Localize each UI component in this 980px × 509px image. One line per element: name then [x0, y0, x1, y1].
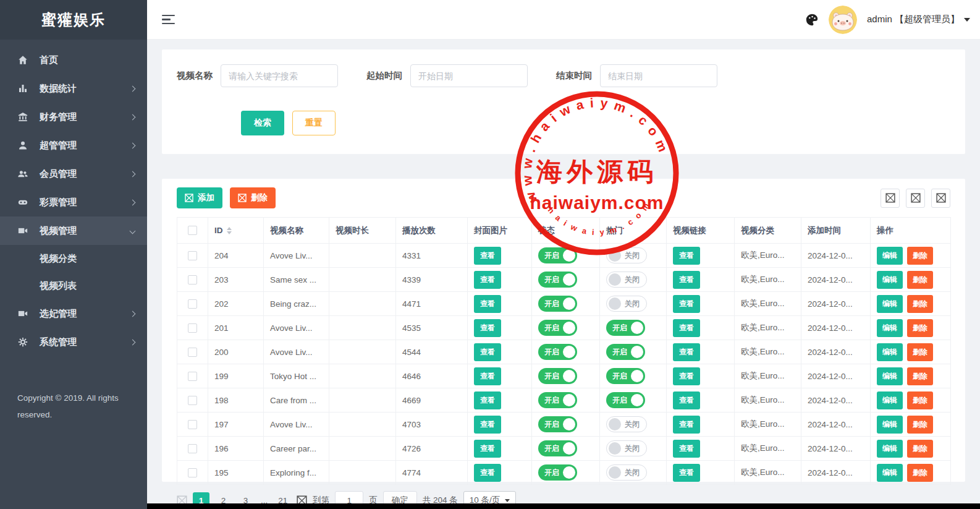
sort-icon[interactable] [227, 227, 232, 234]
row-checkbox[interactable] [188, 396, 197, 405]
status-toggle[interactable]: 开启 [538, 296, 577, 312]
delete-button[interactable]: 删除 [907, 247, 933, 265]
view-cover-button[interactable]: 查看 [474, 416, 501, 434]
select-all-checkbox[interactable] [188, 226, 197, 235]
edit-button[interactable]: 编辑 [877, 343, 903, 361]
row-checkbox[interactable] [188, 251, 197, 260]
view-link-button[interactable]: 查看 [673, 367, 700, 385]
delete-button[interactable]: 删除 [907, 295, 933, 313]
edit-button[interactable]: 编辑 [877, 295, 903, 313]
status-toggle[interactable]: 开启 [538, 368, 577, 384]
view-cover-button[interactable]: 查看 [474, 464, 501, 482]
status-toggle[interactable]: 开启 [538, 464, 577, 481]
row-checkbox[interactable] [188, 420, 197, 429]
search-field-input-1[interactable] [221, 64, 338, 87]
search-field-input-3[interactable] [600, 64, 717, 87]
view-cover-button[interactable]: 查看 [474, 391, 501, 409]
delete-button[interactable]: 删除 [907, 440, 933, 458]
sidebar-item-3[interactable]: 财务管理 [0, 103, 147, 131]
sidebar-item-5[interactable]: 会员管理 [0, 160, 147, 188]
view-cover-button[interactable]: 查看 [474, 343, 501, 361]
delete-button[interactable]: 删除 [907, 319, 933, 337]
sidebar-item-2[interactable]: 数据统计 [0, 74, 147, 103]
view-cover-button[interactable]: 查看 [474, 271, 501, 289]
sidebar-item-4[interactable]: 超管管理 [0, 131, 147, 160]
menu-toggle-icon[interactable] [162, 15, 175, 25]
view-cover-button[interactable]: 查看 [474, 319, 501, 337]
edit-button[interactable]: 编辑 [877, 440, 903, 458]
sidebar-subitem-1[interactable]: 视频分类 [0, 245, 147, 272]
status-toggle[interactable]: 开启 [538, 320, 577, 336]
status-toggle[interactable]: 开启 [538, 440, 577, 456]
column-header-select[interactable] [177, 218, 208, 244]
hot-toggle[interactable]: 关闭 [606, 247, 647, 263]
batch-delete-button[interactable]: 删除 [230, 187, 276, 208]
delete-button[interactable]: 删除 [907, 464, 933, 482]
edit-button[interactable]: 编辑 [877, 464, 903, 482]
view-link-button[interactable]: 查看 [673, 319, 700, 337]
view-link-button[interactable]: 查看 [673, 464, 700, 482]
theme-palette-icon[interactable] [805, 13, 819, 27]
status-toggle[interactable]: 开启 [538, 344, 577, 360]
hot-toggle[interactable]: 开启 [606, 344, 645, 360]
row-checkbox[interactable] [188, 323, 197, 333]
view-link-button[interactable]: 查看 [673, 416, 700, 434]
sidebar-item-7[interactable]: 视频管理 [0, 216, 147, 245]
status-toggle[interactable]: 开启 [538, 392, 577, 408]
delete-button[interactable]: 删除 [907, 391, 933, 409]
sidebar-item-6[interactable]: 彩票管理 [0, 188, 147, 216]
edit-button[interactable]: 编辑 [877, 319, 903, 337]
status-toggle[interactable]: 开启 [538, 416, 577, 432]
status-toggle[interactable]: 开启 [538, 272, 577, 288]
edit-button[interactable]: 编辑 [877, 416, 903, 434]
delete-button[interactable]: 删除 [907, 343, 933, 361]
delete-button[interactable]: 删除 [907, 271, 933, 289]
hot-toggle[interactable]: 开启 [606, 392, 645, 408]
view-link-button[interactable]: 查看 [673, 440, 700, 458]
table-tool-button-3[interactable] [931, 189, 950, 208]
hot-toggle[interactable]: 关闭 [606, 296, 647, 312]
hot-toggle[interactable]: 关闭 [606, 464, 647, 481]
view-link-button[interactable]: 查看 [673, 271, 700, 289]
view-cover-button[interactable]: 查看 [474, 367, 501, 385]
avatar[interactable] [829, 6, 857, 34]
user-menu[interactable]: admin 【超级管理员】 [867, 14, 970, 25]
edit-button[interactable]: 编辑 [877, 247, 903, 265]
status-toggle[interactable]: 开启 [538, 247, 577, 263]
table-tool-button-2[interactable] [906, 189, 925, 208]
row-checkbox[interactable] [188, 468, 197, 477]
reset-button[interactable]: 重置 [292, 111, 336, 135]
view-link-button[interactable]: 查看 [673, 247, 700, 265]
sidebar-subitem-2[interactable]: 视频列表 [0, 272, 147, 299]
sidebar-item-1[interactable]: 首页 [0, 46, 147, 74]
column-header-id[interactable]: ID [208, 218, 264, 244]
row-checkbox[interactable] [188, 348, 197, 357]
row-checkbox[interactable] [188, 444, 197, 453]
view-cover-button[interactable]: 查看 [474, 295, 501, 313]
view-cover-button[interactable]: 查看 [474, 440, 501, 458]
row-checkbox[interactable] [188, 299, 197, 309]
edit-button[interactable]: 编辑 [877, 271, 903, 289]
view-link-button[interactable]: 查看 [673, 391, 700, 409]
view-link-button[interactable]: 查看 [673, 295, 700, 313]
hot-toggle[interactable]: 关闭 [606, 272, 647, 288]
broken-image-icon [185, 194, 193, 202]
search-field-input-2[interactable] [410, 64, 528, 87]
table-tool-button-1[interactable] [881, 189, 900, 208]
hot-toggle[interactable]: 开启 [606, 368, 645, 384]
edit-button[interactable]: 编辑 [877, 367, 903, 385]
hot-toggle[interactable]: 关闭 [606, 416, 647, 432]
view-link-button[interactable]: 查看 [673, 343, 700, 361]
delete-button[interactable]: 删除 [907, 416, 933, 434]
add-button[interactable]: 添加 [177, 187, 222, 208]
view-cover-button[interactable]: 查看 [474, 247, 501, 265]
edit-button[interactable]: 编辑 [877, 391, 903, 409]
row-checkbox[interactable] [188, 372, 197, 381]
sidebar-item-9[interactable]: 系统管理 [0, 328, 147, 356]
row-checkbox[interactable] [188, 275, 197, 284]
search-button[interactable]: 检索 [241, 111, 284, 135]
hot-toggle[interactable]: 开启 [606, 320, 645, 336]
hot-toggle[interactable]: 关闭 [606, 440, 647, 456]
delete-button[interactable]: 删除 [907, 367, 933, 385]
sidebar-item-8[interactable]: 选妃管理 [0, 299, 147, 328]
